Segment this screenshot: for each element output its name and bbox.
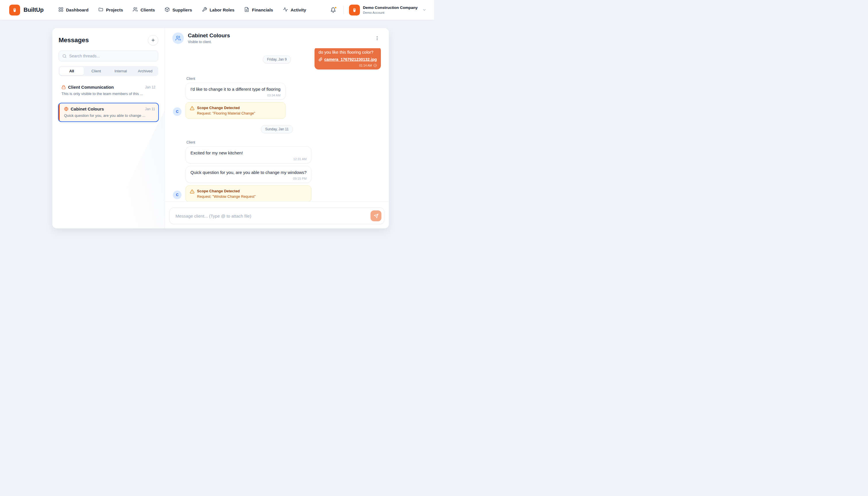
- date-divider: Sunday, Jan 11: [261, 125, 293, 133]
- warning-icon: [190, 189, 195, 194]
- dashboard-icon: [58, 7, 63, 13]
- chevron-down-icon: [422, 8, 427, 12]
- outgoing-message-bubble: do you like this flooring color? camera_…: [315, 48, 381, 69]
- attachment-link[interactable]: camera_1767921230132.jpg: [319, 57, 377, 62]
- chat-title: Cabinet Colours: [188, 32, 230, 39]
- brand-name: BuiltUp: [24, 6, 44, 13]
- users-icon: [175, 35, 181, 41]
- nav-label: Dashboard: [66, 7, 89, 12]
- thread-date: Jan 11: [145, 107, 155, 111]
- thread-date: Jan 12: [145, 85, 155, 89]
- thread-item-cabinet-colours[interactable]: Cabinet Colours Jan 11 Quick question fo…: [58, 103, 159, 122]
- sender-label: Client: [186, 77, 286, 81]
- send-icon: [374, 214, 379, 218]
- nav-label: Projects: [106, 7, 123, 12]
- send-button[interactable]: [370, 211, 381, 221]
- sidebar-title: Messages: [59, 36, 89, 44]
- chat-panel: Cabinet Colours Visible to client. Frida…: [165, 28, 389, 229]
- main-nav: Dashboard Projects Clients Suppliers Lab…: [55, 4, 310, 16]
- message-time: 01:14 AM: [359, 64, 372, 67]
- client-avatar: C: [173, 107, 182, 116]
- messages-card: Messages All Client Internal Archived: [52, 28, 389, 229]
- client-avatar: C: [173, 190, 182, 199]
- tab-archived[interactable]: Archived: [133, 67, 157, 75]
- thread-title: Client Communication: [68, 85, 143, 90]
- nav-label: Labor Roles: [210, 7, 235, 12]
- sender-label: Client: [186, 140, 311, 144]
- nav-item-labor-roles[interactable]: Labor Roles: [198, 4, 239, 16]
- alert-detail: Request: "Flooring Material Change": [197, 111, 255, 115]
- message-composer: [165, 202, 389, 229]
- page: BuiltUp Dashboard Projects Clients Suppl…: [0, 0, 434, 248]
- globe-icon: [64, 107, 68, 111]
- nav-item-suppliers[interactable]: Suppliers: [161, 4, 196, 16]
- nav-item-clients[interactable]: Clients: [129, 4, 158, 16]
- thread-avatar: [172, 32, 184, 44]
- account-subtitle: Demo Account: [363, 11, 417, 14]
- nav-label: Suppliers: [172, 7, 192, 12]
- nav-right: Demo Construction Company Demo Account: [328, 4, 427, 16]
- nav-item-projects[interactable]: Projects: [94, 4, 127, 16]
- alert-title: Scope Change Detected: [197, 106, 255, 110]
- nav-label: Financials: [252, 7, 273, 12]
- projects-icon: [98, 7, 103, 13]
- scope-change-alert: Scope Change Detected Request: "Flooring…: [185, 102, 286, 119]
- account-menu[interactable]: Demo Construction Company Demo Account: [349, 4, 427, 16]
- message-text: Excited for my new kitchen!: [191, 151, 306, 155]
- search-icon: [62, 54, 67, 58]
- notification-dot: [334, 6, 337, 9]
- threads-sidebar: Messages All Client Internal Archived: [52, 28, 165, 229]
- top-navigation: BuiltUp Dashboard Projects Clients Suppl…: [0, 0, 434, 20]
- thread-search: [59, 50, 158, 61]
- nav-label: Activity: [291, 7, 306, 12]
- nav-item-activity[interactable]: Activity: [279, 4, 310, 16]
- financials-icon: [244, 7, 249, 13]
- thread-options-button[interactable]: [373, 34, 381, 43]
- thread-title: Cabinet Colours: [71, 107, 143, 111]
- lock-icon: [61, 85, 66, 89]
- account-name: Demo Construction Company: [363, 5, 417, 10]
- message-time: 03:34 AM: [191, 94, 280, 97]
- nav-divider: [344, 6, 344, 14]
- tab-all[interactable]: All: [59, 67, 84, 75]
- message-scroll-area[interactable]: Friday, Jan 9 do you like this flooring …: [165, 48, 389, 202]
- brand[interactable]: BuiltUp: [9, 4, 44, 16]
- notifications-button[interactable]: [328, 5, 338, 15]
- thread-preview: This is only visible to the team members…: [61, 92, 155, 96]
- warning-icon: [190, 106, 195, 110]
- message-group: C Client I'd like to change it to a diff…: [173, 77, 381, 119]
- message-time: 12:31 AM: [191, 157, 306, 161]
- tab-internal[interactable]: Internal: [109, 67, 133, 75]
- thread-item-client-communication[interactable]: Client Communication Jan 12 This is only…: [58, 81, 159, 100]
- new-thread-button[interactable]: [148, 35, 158, 45]
- message-time: 09:15 PM: [191, 177, 306, 180]
- thread-filter-tabs: All Client Internal Archived: [59, 66, 158, 76]
- clients-icon: [133, 7, 138, 13]
- alert-title: Scope Change Detected: [197, 189, 256, 193]
- message-text: Quick question for you, are you able to …: [191, 170, 306, 175]
- labor-roles-icon: [202, 7, 207, 13]
- message-text: I'd like to change it to a different typ…: [191, 87, 280, 92]
- attachment-filename: camera_1767921230132.jpg: [324, 57, 377, 62]
- alert-detail: Request: "Window Change Request": [197, 195, 256, 199]
- date-divider: Friday, Jan 9: [263, 56, 291, 63]
- tab-client[interactable]: Client: [84, 67, 108, 75]
- plus-icon: [151, 38, 155, 43]
- incoming-message-bubble: I'd like to change it to a different typ…: [185, 83, 286, 99]
- paperclip-icon: [319, 58, 322, 61]
- builtup-logo-icon: [9, 4, 20, 16]
- chat-subtitle: Visible to client.: [188, 40, 230, 44]
- kebab-menu-icon: [375, 35, 380, 41]
- incoming-message-bubble: Quick question for you, are you able to …: [185, 166, 311, 183]
- nav-item-financials[interactable]: Financials: [240, 4, 277, 16]
- message-text: do you like this flooring color?: [319, 50, 377, 55]
- nav-item-dashboard[interactable]: Dashboard: [55, 4, 92, 16]
- check-circle-icon: [374, 64, 377, 67]
- suppliers-icon: [165, 7, 170, 13]
- incoming-message-bubble: Excited for my new kitchen! 12:31 AM: [185, 146, 311, 163]
- nav-label: Clients: [140, 7, 155, 12]
- search-input[interactable]: [69, 54, 154, 58]
- activity-icon: [283, 7, 288, 13]
- thread-preview: Quick question for you, are you able to …: [64, 113, 155, 118]
- message-input[interactable]: [169, 207, 384, 224]
